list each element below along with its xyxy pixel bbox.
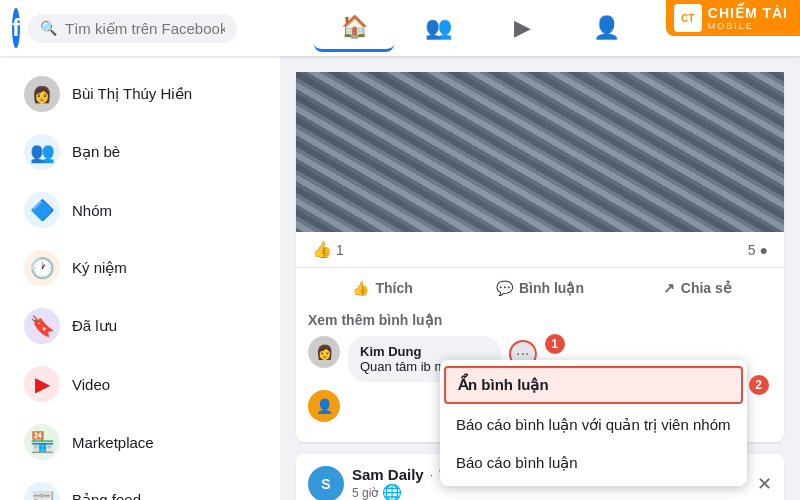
sidebar-item-marketplace[interactable]: 🏪 Marketplace — [8, 414, 272, 470]
nav-watch[interactable]: ▶ — [482, 4, 562, 52]
like-count: 👍 1 — [312, 240, 344, 259]
post-actions: 👍 Thích 💬 Bình luận ↗ Chia sẻ — [296, 268, 784, 308]
sidebar-item-saved[interactable]: 🔖 Đã lưu — [8, 298, 272, 354]
comment-icon: 💬 — [496, 280, 513, 296]
friends-icon: 👥 — [425, 15, 452, 41]
share-button[interactable]: ↗ Chia sẻ — [619, 272, 776, 304]
sidebar-marketplace-label: Marketplace — [72, 434, 154, 451]
globe-icon: 🌐 — [382, 483, 402, 500]
comment-label: Bình luận — [519, 280, 584, 296]
context-menu-hide-comment[interactable]: Ẩn bình luận 2 — [444, 366, 743, 404]
nav-friends[interactable]: 👥 — [398, 4, 478, 52]
comment-author-1: Kim Dung — [360, 344, 489, 359]
groups-sidebar-icon: 🔷 — [24, 192, 60, 228]
like-button[interactable]: 👍 Thích — [304, 272, 461, 304]
post-reactions: 👍 1 5 ● — [296, 232, 784, 268]
comment-avatar-2: 👤 — [308, 390, 340, 422]
share-icon: ↗ — [663, 280, 675, 296]
post2-author-name: Sam Daily — [352, 466, 424, 483]
user-avatar: 👩 — [24, 76, 60, 112]
sidebar-saved-label: Đã lưu — [72, 317, 117, 335]
context-menu: Ẩn bình luận 2 Báo cáo bình luận với quả… — [440, 360, 747, 486]
nav-home[interactable]: 🏠 — [314, 4, 394, 52]
saved-sidebar-icon: 🔖 — [24, 308, 60, 344]
watermark-brand-block: CHIẾM TÀI MOBILE — [708, 5, 788, 31]
post2-close-button[interactable]: ✕ — [757, 473, 772, 495]
watch-icon: ▶ — [514, 15, 531, 41]
mask-pattern — [296, 72, 784, 232]
comment-label: ● — [760, 242, 768, 258]
sidebar: 👩 Bùi Thị Thúy Hiền 👥 Bạn bè 🔷 Nhóm 🕐 Ký… — [0, 56, 280, 500]
watermark-logo: CT — [674, 4, 702, 32]
like-icon: 👍 — [352, 280, 369, 296]
sidebar-user[interactable]: 👩 Bùi Thị Thúy Hiền — [8, 66, 272, 122]
sidebar-item-friends[interactable]: 👥 Bạn bè — [8, 124, 272, 180]
user-name: Bùi Thị Thúy Hiền — [72, 85, 192, 103]
dating-icon: 👤 — [593, 15, 620, 41]
video-sidebar-icon: ▶ — [24, 366, 60, 402]
badge-2: 2 — [749, 375, 769, 395]
sidebar-item-feed[interactable]: 📰 Bảng feed — [8, 472, 272, 500]
report-admin-label: Báo cáo bình luận với quản trị viên nhóm — [456, 416, 731, 433]
post-image-fill — [296, 72, 784, 232]
post2-avatar: S — [308, 466, 344, 500]
report-comment-label: Báo cáo bình luận — [456, 454, 578, 471]
feed-sidebar-icon: 📰 — [24, 482, 60, 500]
share-label: Chia sẻ — [681, 280, 732, 296]
sidebar-item-groups[interactable]: 🔷 Nhóm — [8, 182, 272, 238]
topbar-logo: f 🔍 — [0, 8, 160, 48]
post2-time: 5 giờ — [352, 486, 378, 500]
sidebar-groups-label: Nhóm — [72, 202, 112, 219]
home-icon: 🏠 — [341, 14, 368, 40]
sidebar-memories-label: Ký niệm — [72, 259, 127, 277]
sidebar-friends-label: Bạn bè — [72, 143, 120, 161]
watermark-brand: CHIẾM TÀI — [708, 5, 788, 21]
badge-1: 1 — [545, 334, 565, 354]
context-menu-report-admin[interactable]: Báo cáo bình luận với quản trị viên nhóm — [440, 406, 747, 444]
view-more-comments[interactable]: Xem thêm bình luận — [308, 308, 772, 336]
hide-comment-label: Ẩn bình luận — [458, 376, 549, 393]
like-emoji: 👍 — [312, 240, 332, 259]
dot-separator: · — [430, 467, 434, 482]
fb-letter: f — [12, 14, 20, 42]
comment-count: 5 ● — [748, 242, 768, 258]
sidebar-video-label: Video — [72, 376, 110, 393]
like-label: Thích — [375, 280, 412, 296]
post-image — [296, 72, 784, 232]
facebook-logo: f — [12, 8, 20, 48]
nav-dating[interactable]: 👤 — [566, 4, 646, 52]
user-avatar-icon: 👩 — [32, 85, 52, 104]
like-number: 1 — [336, 242, 344, 258]
friends-sidebar-icon: 👥 — [24, 134, 60, 170]
watermark-logo-text: CT — [681, 13, 694, 24]
context-menu-report-comment[interactable]: Báo cáo bình luận — [440, 444, 747, 482]
watermark: CT CHIẾM TÀI MOBILE — [666, 0, 800, 36]
watermark-sub: MOBILE — [708, 21, 788, 31]
memories-sidebar-icon: 🕐 — [24, 250, 60, 286]
sidebar-item-memories[interactable]: 🕐 Ký niệm — [8, 240, 272, 296]
comment-number: 5 — [748, 242, 756, 258]
search-icon: 🔍 — [40, 20, 57, 36]
sidebar-item-video[interactable]: ▶ Video — [8, 356, 272, 412]
marketplace-sidebar-icon: 🏪 — [24, 424, 60, 460]
comment-avatar-1: 👩 — [308, 336, 340, 368]
sidebar-feed-label: Bảng feed — [72, 491, 141, 500]
comment-button[interactable]: 💬 Bình luận — [461, 272, 618, 304]
